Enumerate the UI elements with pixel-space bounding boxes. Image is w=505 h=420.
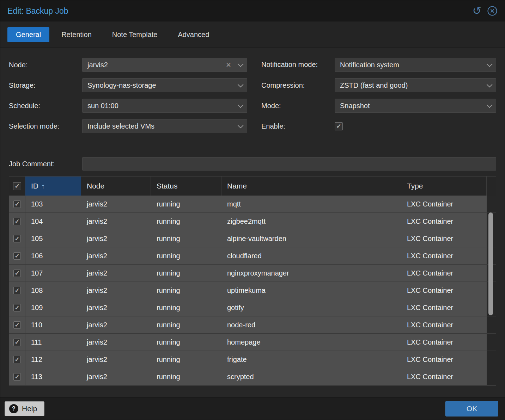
table-row[interactable]: ✓ 107 jarvis2 running nginxproxymanager …	[9, 265, 496, 282]
enable-row: Enable: ✓	[261, 119, 496, 133]
row-checkbox[interactable]: ✓	[13, 356, 21, 363]
column-header-node[interactable]: Node	[81, 177, 151, 196]
column-header-status[interactable]: Status	[151, 177, 221, 196]
column-header-id[interactable]: ID ↑	[25, 177, 81, 196]
table-row[interactable]: ✓ 105 jarvis2 running alpine-vaultwarden…	[9, 230, 496, 247]
row-checkbox[interactable]: ✓	[13, 252, 21, 260]
row-checkbox[interactable]: ✓	[13, 200, 21, 208]
chevron-down-icon[interactable]	[238, 61, 244, 67]
table-row[interactable]: ✓ 110 jarvis2 running node-red LXC Conta…	[9, 316, 496, 334]
table-row[interactable]: ✓ 111 jarvis2 running homepage LXC Conta…	[9, 334, 496, 351]
table-row[interactable]: ✓ 106 jarvis2 running cloudflared LXC Co…	[9, 247, 496, 265]
storage-dropdown[interactable]: Synology-nas-storage	[82, 78, 247, 92]
row-checkbox[interactable]: ✓	[13, 339, 21, 346]
cell-node: jarvis2	[81, 265, 151, 282]
cell-id: 112	[25, 351, 81, 368]
storage-label: Storage:	[9, 81, 82, 90]
row-checkbox[interactable]: ✓	[13, 235, 21, 242]
table-row[interactable]: ✓ 113 jarvis2 running scrypted LXC Conta…	[9, 368, 496, 385]
cell-name: gotify	[221, 299, 401, 316]
cell-name: zigbee2mqtt	[221, 213, 401, 230]
row-checkbox[interactable]: ✓	[13, 287, 21, 294]
cell-status: running	[151, 282, 221, 299]
cell-type: LXC Container	[401, 368, 487, 385]
row-checkbox[interactable]: ✓	[13, 270, 21, 277]
cell-status: running	[151, 368, 221, 385]
cell-node: jarvis2	[81, 316, 151, 333]
cell-name: alpine-vaultwarden	[221, 230, 401, 247]
row-checkbox[interactable]: ✓	[13, 304, 21, 311]
chevron-down-icon[interactable]	[238, 81, 244, 87]
node-label: Node:	[9, 60, 82, 69]
header-spacer	[487, 177, 498, 196]
cell-status: running	[151, 247, 221, 264]
cell-status: running	[151, 265, 221, 282]
cell-name: scrypted	[221, 368, 401, 385]
column-header-type[interactable]: Type	[401, 177, 487, 196]
mode-row: Mode: Snapshot	[261, 99, 496, 113]
chevron-down-icon[interactable]	[487, 61, 493, 67]
help-button[interactable]: ? Help	[5, 401, 44, 416]
ok-button[interactable]: OK	[445, 401, 498, 416]
table-row[interactable]: ✓ 104 jarvis2 running zigbee2mqtt LXC Co…	[9, 213, 496, 230]
select-all-checkbox[interactable]: ✓	[13, 182, 21, 190]
row-spacer	[487, 196, 498, 212]
selection-mode-value: Include selected VMs	[87, 122, 238, 130]
cell-node: jarvis2	[81, 282, 151, 299]
clear-icon[interactable]: ✕	[226, 61, 231, 69]
edit-backup-job-dialog: Edit: Backup Job ↺ General Retention Not…	[0, 0, 505, 420]
chevron-down-icon[interactable]	[487, 102, 493, 108]
undo-icon[interactable]: ↺	[473, 6, 481, 16]
chevron-down-icon[interactable]	[487, 81, 493, 87]
row-checkbox[interactable]: ✓	[13, 321, 21, 329]
sort-asc-icon: ↑	[41, 182, 45, 190]
tab-advanced[interactable]: Advanced	[169, 27, 218, 42]
cell-node: jarvis2	[81, 351, 151, 368]
table-row[interactable]: ✓ 112 jarvis2 running frigate LXC Contai…	[9, 351, 496, 368]
tab-general[interactable]: General	[7, 27, 49, 42]
job-comment-input[interactable]	[82, 157, 496, 171]
help-button-label: Help	[22, 404, 37, 413]
notification-mode-dropdown[interactable]: Notification system	[335, 58, 496, 72]
tab-retention[interactable]: Retention	[53, 27, 100, 42]
selection-mode-label: Selection mode:	[9, 122, 82, 131]
table-row[interactable]: ✓ 109 jarvis2 running gotify LXC Contain…	[9, 299, 496, 316]
dialog-footer: ? Help OK	[0, 397, 505, 420]
compression-value: ZSTD (fast and good)	[340, 81, 487, 89]
row-checkbox-cell: ✓	[9, 282, 25, 299]
selection-mode-row: Selection mode: Include selected VMs	[9, 119, 247, 133]
cell-id: 107	[25, 265, 81, 282]
row-checkbox-cell: ✓	[9, 334, 25, 351]
cell-id: 103	[25, 196, 81, 212]
chevron-down-icon[interactable]	[238, 122, 244, 128]
dialog-titlebar: Edit: Backup Job ↺	[0, 0, 505, 21]
enable-checkbox[interactable]: ✓	[335, 122, 343, 130]
cell-node: jarvis2	[81, 247, 151, 264]
chevron-down-icon[interactable]	[238, 102, 244, 108]
row-spacer	[487, 351, 498, 368]
table-row[interactable]: ✓ 103 jarvis2 running mqtt LXC Container	[9, 196, 496, 213]
mode-dropdown[interactable]: Snapshot	[335, 99, 496, 113]
row-spacer	[487, 368, 498, 385]
schedule-dropdown[interactable]: sun 01:00	[82, 99, 247, 113]
column-header-name[interactable]: Name	[221, 177, 401, 196]
cell-id: 109	[25, 299, 81, 316]
close-icon[interactable]	[487, 6, 498, 16]
tab-note-template[interactable]: Note Template	[104, 27, 166, 42]
cell-name: mqtt	[221, 196, 401, 212]
row-checkbox-cell: ✓	[9, 213, 25, 230]
node-combobox[interactable]: jarvis2 ✕	[82, 58, 247, 72]
vertical-scrollbar-thumb[interactable]	[488, 212, 493, 315]
row-checkbox[interactable]: ✓	[13, 218, 21, 225]
schedule-label: Schedule:	[9, 101, 82, 110]
storage-value: Synology-nas-storage	[87, 81, 238, 89]
cell-type: LXC Container	[401, 196, 487, 212]
selection-mode-dropdown[interactable]: Include selected VMs	[82, 119, 247, 133]
general-form: Node: jarvis2 ✕ Storage: Synology-nas-st…	[9, 58, 496, 140]
cell-status: running	[151, 230, 221, 247]
table-row[interactable]: ✓ 108 jarvis2 running uptimekuma LXC Con…	[9, 282, 496, 299]
compression-dropdown[interactable]: ZSTD (fast and good)	[335, 78, 496, 92]
cell-name: homepage	[221, 334, 401, 351]
cell-id: 106	[25, 247, 81, 264]
row-checkbox[interactable]: ✓	[13, 373, 21, 381]
